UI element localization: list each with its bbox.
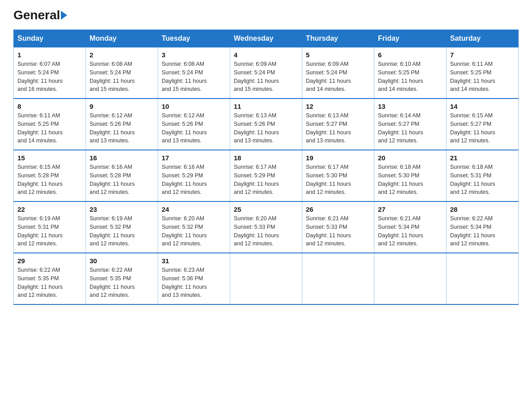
day-info: Sunrise: 6:09 AMSunset: 5:24 PMDaylight:… bbox=[306, 60, 370, 94]
day-info: Sunrise: 6:14 AMSunset: 5:27 PMDaylight:… bbox=[378, 111, 442, 145]
calendar-cell bbox=[374, 253, 446, 304]
calendar-cell: 7Sunrise: 6:11 AMSunset: 5:25 PMDaylight… bbox=[446, 47, 519, 99]
day-number: 25 bbox=[234, 206, 298, 213]
day-number: 29 bbox=[17, 257, 82, 265]
calendar-cell bbox=[302, 253, 374, 304]
day-info: Sunrise: 6:23 AMSunset: 5:36 PMDaylight:… bbox=[162, 266, 226, 300]
day-number: 17 bbox=[162, 154, 226, 162]
calendar-cell: 5Sunrise: 6:09 AMSunset: 5:24 PMDaylight… bbox=[302, 47, 374, 99]
day-info: Sunrise: 6:07 AMSunset: 5:24 PMDaylight:… bbox=[17, 60, 82, 94]
day-number: 11 bbox=[234, 103, 298, 110]
calendar-cell: 23Sunrise: 6:19 AMSunset: 5:32 PMDayligh… bbox=[86, 201, 158, 253]
day-number: 30 bbox=[90, 257, 154, 265]
day-number: 27 bbox=[378, 206, 442, 213]
day-number: 18 bbox=[234, 154, 298, 162]
calendar-cell: 2Sunrise: 6:08 AMSunset: 5:24 PMDaylight… bbox=[86, 47, 158, 99]
day-info: Sunrise: 6:19 AMSunset: 5:31 PMDaylight:… bbox=[17, 214, 82, 248]
weekday-header-monday: Monday bbox=[86, 30, 158, 47]
calendar-cell: 13Sunrise: 6:14 AMSunset: 5:27 PMDayligh… bbox=[374, 98, 446, 150]
logo-general-text: General bbox=[13, 9, 67, 21]
calendar-week-4: 22Sunrise: 6:19 AMSunset: 5:31 PMDayligh… bbox=[14, 201, 519, 253]
day-number: 24 bbox=[162, 206, 226, 213]
calendar-cell: 27Sunrise: 6:21 AMSunset: 5:34 PMDayligh… bbox=[374, 201, 446, 253]
calendar-cell: 26Sunrise: 6:21 AMSunset: 5:33 PMDayligh… bbox=[302, 201, 374, 253]
day-number: 28 bbox=[450, 206, 515, 213]
calendar-week-3: 15Sunrise: 6:15 AMSunset: 5:28 PMDayligh… bbox=[14, 150, 519, 201]
day-info: Sunrise: 6:13 AMSunset: 5:26 PMDaylight:… bbox=[234, 111, 298, 145]
calendar-week-1: 1Sunrise: 6:07 AMSunset: 5:24 PMDaylight… bbox=[14, 47, 519, 99]
calendar-cell: 21Sunrise: 6:18 AMSunset: 5:31 PMDayligh… bbox=[446, 150, 519, 201]
day-number: 6 bbox=[378, 51, 442, 59]
day-number: 26 bbox=[306, 206, 370, 213]
day-info: Sunrise: 6:22 AMSunset: 5:35 PMDaylight:… bbox=[17, 266, 82, 300]
calendar-cell bbox=[230, 253, 302, 304]
page-header: General bbox=[13, 9, 519, 21]
calendar-cell: 20Sunrise: 6:18 AMSunset: 5:30 PMDayligh… bbox=[374, 150, 446, 201]
day-info: Sunrise: 6:16 AMSunset: 5:28 PMDaylight:… bbox=[90, 163, 154, 197]
day-number: 31 bbox=[162, 257, 226, 265]
day-info: Sunrise: 6:20 AMSunset: 5:33 PMDaylight:… bbox=[234, 214, 298, 248]
day-number: 13 bbox=[378, 103, 442, 110]
day-number: 20 bbox=[378, 154, 442, 162]
day-info: Sunrise: 6:13 AMSunset: 5:27 PMDaylight:… bbox=[306, 111, 370, 145]
calendar-cell: 19Sunrise: 6:17 AMSunset: 5:30 PMDayligh… bbox=[302, 150, 374, 201]
day-info: Sunrise: 6:08 AMSunset: 5:24 PMDaylight:… bbox=[90, 60, 154, 94]
day-number: 15 bbox=[17, 154, 82, 162]
logo: General bbox=[13, 9, 67, 21]
weekday-header-wednesday: Wednesday bbox=[230, 30, 302, 47]
weekday-header-saturday: Saturday bbox=[446, 30, 519, 47]
day-info: Sunrise: 6:10 AMSunset: 5:25 PMDaylight:… bbox=[378, 60, 442, 94]
weekday-header-sunday: Sunday bbox=[14, 30, 86, 47]
day-number: 12 bbox=[306, 103, 370, 110]
calendar-cell: 17Sunrise: 6:16 AMSunset: 5:29 PMDayligh… bbox=[158, 150, 230, 201]
logo-triangle-icon bbox=[61, 11, 67, 20]
weekday-header-thursday: Thursday bbox=[302, 30, 374, 47]
day-number: 19 bbox=[306, 154, 370, 162]
day-info: Sunrise: 6:21 AMSunset: 5:33 PMDaylight:… bbox=[306, 214, 370, 248]
day-info: Sunrise: 6:22 AMSunset: 5:34 PMDaylight:… bbox=[450, 214, 515, 248]
calendar-cell: 18Sunrise: 6:17 AMSunset: 5:29 PMDayligh… bbox=[230, 150, 302, 201]
calendar-cell: 3Sunrise: 6:08 AMSunset: 5:24 PMDaylight… bbox=[158, 47, 230, 99]
calendar-cell: 8Sunrise: 6:11 AMSunset: 5:25 PMDaylight… bbox=[14, 98, 86, 150]
day-info: Sunrise: 6:18 AMSunset: 5:31 PMDaylight:… bbox=[450, 163, 515, 197]
day-number: 1 bbox=[17, 51, 82, 59]
day-number: 4 bbox=[234, 51, 298, 59]
calendar-cell: 29Sunrise: 6:22 AMSunset: 5:35 PMDayligh… bbox=[14, 253, 86, 304]
calendar-cell: 6Sunrise: 6:10 AMSunset: 5:25 PMDaylight… bbox=[374, 47, 446, 99]
calendar-cell: 24Sunrise: 6:20 AMSunset: 5:32 PMDayligh… bbox=[158, 201, 230, 253]
calendar-table: SundayMondayTuesdayWednesdayThursdayFrid… bbox=[13, 30, 519, 305]
calendar-cell: 12Sunrise: 6:13 AMSunset: 5:27 PMDayligh… bbox=[302, 98, 374, 150]
day-number: 22 bbox=[17, 206, 82, 213]
calendar-cell: 9Sunrise: 6:12 AMSunset: 5:26 PMDaylight… bbox=[86, 98, 158, 150]
day-info: Sunrise: 6:12 AMSunset: 5:26 PMDaylight:… bbox=[90, 111, 154, 145]
day-info: Sunrise: 6:17 AMSunset: 5:30 PMDaylight:… bbox=[306, 163, 370, 197]
calendar-cell: 22Sunrise: 6:19 AMSunset: 5:31 PMDayligh… bbox=[14, 201, 86, 253]
weekday-header-tuesday: Tuesday bbox=[158, 30, 230, 47]
day-number: 10 bbox=[162, 103, 226, 110]
day-info: Sunrise: 6:20 AMSunset: 5:32 PMDaylight:… bbox=[162, 214, 226, 248]
day-number: 2 bbox=[90, 51, 154, 59]
day-number: 23 bbox=[90, 206, 154, 213]
day-info: Sunrise: 6:17 AMSunset: 5:29 PMDaylight:… bbox=[234, 163, 298, 197]
calendar-cell: 11Sunrise: 6:13 AMSunset: 5:26 PMDayligh… bbox=[230, 98, 302, 150]
day-info: Sunrise: 6:11 AMSunset: 5:25 PMDaylight:… bbox=[17, 111, 82, 145]
day-info: Sunrise: 6:08 AMSunset: 5:24 PMDaylight:… bbox=[162, 60, 226, 94]
calendar-cell: 31Sunrise: 6:23 AMSunset: 5:36 PMDayligh… bbox=[158, 253, 230, 304]
day-number: 16 bbox=[90, 154, 154, 162]
calendar-cell bbox=[446, 253, 519, 304]
day-info: Sunrise: 6:16 AMSunset: 5:29 PMDaylight:… bbox=[162, 163, 226, 197]
weekday-header-friday: Friday bbox=[374, 30, 446, 47]
day-info: Sunrise: 6:12 AMSunset: 5:26 PMDaylight:… bbox=[162, 111, 226, 145]
day-info: Sunrise: 6:15 AMSunset: 5:27 PMDaylight:… bbox=[450, 111, 515, 145]
calendar-cell: 10Sunrise: 6:12 AMSunset: 5:26 PMDayligh… bbox=[158, 98, 230, 150]
day-number: 9 bbox=[90, 103, 154, 110]
day-info: Sunrise: 6:11 AMSunset: 5:25 PMDaylight:… bbox=[450, 60, 515, 94]
day-info: Sunrise: 6:21 AMSunset: 5:34 PMDaylight:… bbox=[378, 214, 442, 248]
day-number: 5 bbox=[306, 51, 370, 59]
calendar-cell: 25Sunrise: 6:20 AMSunset: 5:33 PMDayligh… bbox=[230, 201, 302, 253]
calendar-week-2: 8Sunrise: 6:11 AMSunset: 5:25 PMDaylight… bbox=[14, 98, 519, 150]
day-info: Sunrise: 6:19 AMSunset: 5:32 PMDaylight:… bbox=[90, 214, 154, 248]
day-number: 14 bbox=[450, 103, 515, 110]
weekday-header-row: SundayMondayTuesdayWednesdayThursdayFrid… bbox=[14, 30, 519, 47]
day-number: 8 bbox=[17, 103, 82, 110]
